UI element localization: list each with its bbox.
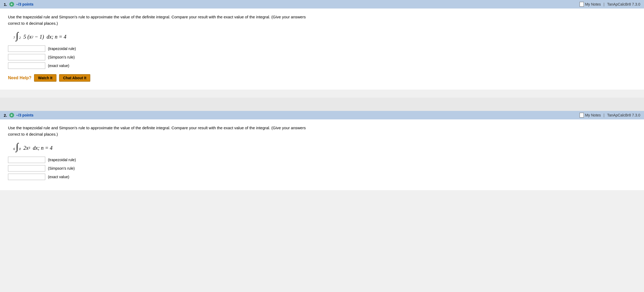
problem-1-formula: 7 ∫ 2 5 (x2 − 1) dx; n = 4 <box>13 31 636 40</box>
divider-2: | <box>604 113 605 117</box>
answer-row-1b: (Simpson's rule) <box>8 54 636 60</box>
problem-1-text-line1: Use the trapezoidal rule and Simpson's r… <box>8 15 306 19</box>
problem-2-header-right: My Notes | TanApCalcBr8 7.3.0 <box>580 113 640 118</box>
problem-2-text-line2: correct to 4 decimal places.) <box>8 132 58 136</box>
integral-symbol-2: ∫ <box>16 142 19 151</box>
problem-2-header: 2. + –/3 points My Notes | TanApCalcBr8 … <box>0 111 644 119</box>
problem-2-header-left: 2. + –/3 points <box>4 113 34 118</box>
problem-2-text: Use the trapezoidal rule and Simpson's r… <box>8 125 636 137</box>
integral-symbol-1: ∫ <box>16 31 19 40</box>
problem-1-text: Use the trapezoidal rule and Simpson's r… <box>8 14 636 27</box>
notes-icon-1 <box>580 2 584 7</box>
chat-button-1[interactable]: Chat About It <box>59 74 90 82</box>
trapezoidal-input-2[interactable] <box>8 157 45 163</box>
answer-row-2c: (exact value) <box>8 174 636 180</box>
problem-1-points: –/3 points <box>16 2 34 6</box>
integral-1-upper: 7 <box>13 36 15 40</box>
answer-row-1c: (exact value) <box>8 62 636 69</box>
my-notes-link-1[interactable]: My Notes <box>580 2 601 7</box>
simpson-label-2: (Simpson's rule) <box>48 166 75 170</box>
plus-icon-2[interactable]: + <box>9 113 14 118</box>
answer-row-1a: (trapezoidal rule) <box>8 45 636 52</box>
problem-1-header: 1. + –/3 points My Notes | TanApCalcBr8 … <box>0 0 644 9</box>
trapezoidal-label-1: (trapezoidal rule) <box>48 47 76 51</box>
notes-icon-2 <box>580 113 584 118</box>
integrand-1: 5 (x2 − 1) dx; n = 4 <box>23 34 66 40</box>
integral-2-upper: 6 <box>13 147 15 151</box>
my-notes-label-1: My Notes <box>585 2 601 6</box>
simpson-input-1[interactable] <box>8 54 45 60</box>
integrand-2: 2x3 dx; n = 4 <box>23 145 52 151</box>
integral-2-lower: 0 <box>19 147 21 151</box>
need-help-row-1: Need Help? Watch It Chat About It <box>8 74 636 82</box>
my-notes-link-2[interactable]: My Notes <box>580 113 601 118</box>
trapezoidal-label-2: (trapezoidal rule) <box>48 158 76 162</box>
problem-2-content: Use the trapezoidal rule and Simpson's r… <box>0 119 644 190</box>
problem-1-header-left: 1. + –/3 points <box>4 2 34 7</box>
plus-icon-1[interactable]: + <box>9 2 14 7</box>
simpson-input-2[interactable] <box>8 165 45 172</box>
problem-2-text-line1: Use the trapezoidal rule and Simpson's r… <box>8 126 306 130</box>
exact-label-1: (exact value) <box>48 64 69 68</box>
gap-between-problems <box>0 98 644 111</box>
divider-1: | <box>604 2 605 6</box>
exact-input-1[interactable] <box>8 62 45 69</box>
trapezoidal-input-1[interactable] <box>8 45 45 52</box>
answer-row-2b: (Simpson's rule) <box>8 165 636 172</box>
problem-1-number: 1. <box>4 2 7 7</box>
problem-1-text-line2: correct to 4 decimal places.) <box>8 21 58 26</box>
book-title-2: TanApCalcBr8 7.3.0 <box>607 113 640 117</box>
exact-input-2[interactable] <box>8 174 45 180</box>
problem-1-content: Use the trapezoidal rule and Simpson's r… <box>0 9 644 90</box>
problem-2: 2. + –/3 points My Notes | TanApCalcBr8 … <box>0 111 644 190</box>
integral-1-lower: 2 <box>19 36 21 40</box>
simpson-label-1: (Simpson's rule) <box>48 55 75 59</box>
answer-row-2a: (trapezoidal rule) <box>8 157 636 163</box>
exact-label-2: (exact value) <box>48 175 69 179</box>
problem-1: 1. + –/3 points My Notes | TanApCalcBr8 … <box>0 0 644 90</box>
need-help-text-1: Need Help? <box>8 76 31 80</box>
problem-2-formula: 6 ∫ 0 2x3 dx; n = 4 <box>13 142 636 151</box>
problem-2-points: –/3 points <box>16 113 34 117</box>
integral-2: 6 ∫ 0 2x3 dx; n = 4 <box>13 142 52 151</box>
watch-button-1[interactable]: Watch It <box>34 74 56 82</box>
my-notes-label-2: My Notes <box>585 113 601 117</box>
problem-2-number: 2. <box>4 113 7 118</box>
problem-1-header-right: My Notes | TanApCalcBr8 7.3.0 <box>580 2 640 7</box>
integral-1: 7 ∫ 2 5 (x2 − 1) dx; n = 4 <box>13 31 66 40</box>
book-title-1: TanApCalcBr8 7.3.0 <box>607 2 640 6</box>
